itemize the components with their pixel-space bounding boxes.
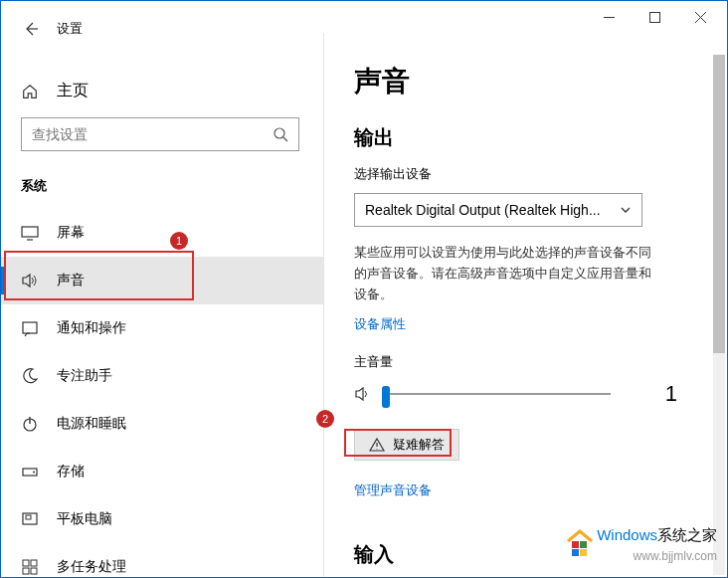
warning-icon (369, 437, 385, 453)
svg-rect-16 (580, 549, 587, 556)
slider-thumb[interactable] (382, 386, 390, 408)
manage-devices-link[interactable]: 管理声音设备 (354, 482, 432, 499)
minimize-icon (604, 12, 615, 23)
page-title: 声音 (354, 63, 687, 100)
focus-icon (21, 367, 39, 385)
svg-rect-13 (572, 541, 579, 548)
volume-icon[interactable] (354, 385, 372, 403)
svg-rect-10 (31, 560, 37, 566)
home-label: 主页 (57, 81, 89, 101)
titlebar (1, 1, 727, 33)
home-link[interactable]: 主页 (1, 73, 323, 117)
volume-slider[interactable] (382, 393, 611, 395)
sidebar-item-label: 存储 (57, 463, 85, 481)
sidebar-item-multitask[interactable]: 多任务处理 (1, 543, 323, 577)
sidebar-item-label: 屏幕 (57, 224, 85, 242)
scrollbar-thumb[interactable] (713, 55, 725, 353)
svg-rect-15 (572, 549, 579, 556)
troubleshoot-label: 疑难解答 (393, 436, 445, 454)
search-container (21, 117, 303, 151)
output-heading: 输出 (354, 124, 687, 151)
svg-rect-8 (26, 515, 31, 519)
sidebar-item-label: 多任务处理 (57, 558, 126, 576)
sidebar: 主页 系统 屏幕 声音 通知和 (1, 33, 324, 577)
sidebar-item-sound[interactable]: 声音 (1, 257, 323, 304)
sidebar-item-notifications[interactable]: 通知和操作 (1, 304, 323, 352)
tablet-icon (21, 510, 39, 528)
output-description: 某些应用可以设置为使用与此处选择的声音设备不同的声音设备。请在高级声音选项中自定… (354, 243, 652, 304)
svg-point-1 (274, 128, 284, 138)
annotation-badge-2: 2 (316, 410, 334, 428)
sidebar-item-label: 平板电脑 (57, 510, 112, 528)
troubleshoot-button[interactable]: 疑难解答 (354, 429, 459, 461)
settings-window: 设置 主页 系统 (0, 0, 728, 578)
svg-rect-0 (649, 12, 659, 22)
search-box[interactable] (21, 117, 299, 151)
device-properties-link[interactable]: 设备属性 (354, 315, 406, 333)
svg-rect-3 (23, 322, 37, 333)
sidebar-item-display[interactable]: 屏幕 (1, 209, 323, 257)
watermark-brand: Windows系统之家 (597, 526, 717, 545)
svg-rect-2 (22, 227, 38, 237)
watermark-logo-icon (562, 523, 598, 559)
choose-output-label: 选择输出设备 (354, 165, 687, 183)
output-device-dropdown[interactable]: Realtek Digital Output (Realtek High... (354, 193, 642, 227)
sidebar-item-power[interactable]: 电源和睡眠 (1, 400, 323, 448)
chevron-down-icon (620, 204, 632, 216)
sidebar-section-label: 系统 (1, 171, 323, 209)
sidebar-item-storage[interactable]: 存储 (1, 448, 323, 495)
watermark-brand-2: 系统之家 (657, 526, 717, 543)
scrollbar[interactable] (713, 55, 725, 575)
main-content: 声音 输出 选择输出设备 Realtek Digital Output (Rea… (324, 33, 727, 577)
maximize-icon (649, 12, 660, 23)
volume-row: 1 (354, 381, 687, 407)
sound-icon (21, 272, 39, 289)
close-icon (695, 12, 706, 23)
svg-rect-12 (31, 568, 37, 574)
sidebar-item-label: 电源和睡眠 (57, 415, 126, 433)
display-icon (21, 224, 39, 242)
minimize-button[interactable] (586, 2, 632, 32)
search-input[interactable] (32, 126, 273, 142)
notifications-icon (21, 319, 39, 337)
watermark-url: www.bjjmlv.com (634, 549, 717, 563)
annotation-badge-1: 1 (170, 232, 188, 250)
master-volume-label: 主音量 (354, 353, 687, 371)
sidebar-item-tablet[interactable]: 平板电脑 (1, 495, 323, 543)
svg-rect-14 (580, 541, 587, 548)
volume-value: 1 (665, 381, 687, 407)
sidebar-item-label: 通知和操作 (57, 319, 126, 337)
window-controls (586, 2, 723, 32)
watermark-brand-1: Windows (597, 526, 657, 543)
storage-icon (21, 463, 39, 481)
maximize-button[interactable] (632, 2, 677, 32)
output-device-value: Realtek Digital Output (Realtek High... (365, 202, 601, 218)
multitask-icon (21, 558, 39, 576)
svg-point-6 (33, 472, 35, 474)
svg-rect-9 (23, 560, 29, 566)
search-icon (273, 126, 288, 142)
sidebar-item-label: 专注助手 (57, 367, 112, 385)
sidebar-item-focus[interactable]: 专注助手 (1, 352, 323, 400)
home-icon (21, 83, 39, 100)
sidebar-item-label: 声音 (57, 272, 85, 289)
body: 主页 系统 屏幕 声音 通知和 (1, 33, 727, 577)
nav-list: 屏幕 声音 通知和操作 专注助手 电源和睡眠 (1, 209, 323, 577)
svg-rect-11 (23, 568, 29, 574)
power-icon (21, 415, 39, 433)
close-button[interactable] (677, 2, 723, 32)
